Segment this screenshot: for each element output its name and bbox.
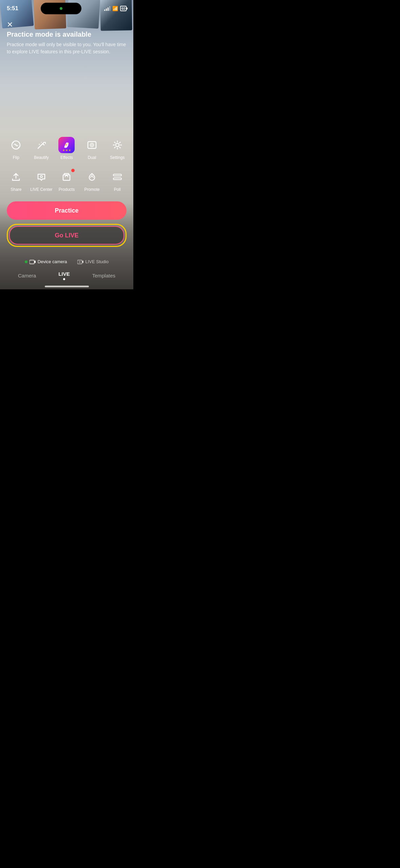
- bottom-nav: Camera LIVE Templates: [0, 267, 133, 283]
- svg-point-1: [15, 144, 17, 146]
- live-center-icon-wrap: [33, 169, 50, 185]
- nav-item-live[interactable]: LIVE: [58, 271, 70, 280]
- svg-point-10: [40, 176, 42, 178]
- dual-label: Dual: [88, 155, 96, 160]
- live-studio-icon: [77, 259, 83, 264]
- products-label: Products: [59, 187, 75, 192]
- svg-point-2: [39, 144, 40, 145]
- practice-button[interactable]: Practice: [7, 201, 127, 220]
- flip-icon: [11, 140, 21, 150]
- nav-item-camera[interactable]: Camera: [18, 273, 36, 278]
- practice-mode-title: Practice mode is available: [7, 31, 127, 38]
- svg-point-3: [41, 142, 42, 143]
- poll-icon: [112, 171, 123, 182]
- settings-tool[interactable]: Settings: [104, 134, 130, 163]
- settings-icon-wrap: [109, 137, 126, 153]
- status-time: 5:51: [7, 5, 18, 12]
- device-camera-label: Device camera: [38, 259, 67, 264]
- svg-point-8: [91, 144, 93, 146]
- svg-point-5: [68, 143, 69, 144]
- poll-tool[interactable]: Poll: [104, 166, 130, 195]
- products-icon-wrap: [58, 169, 75, 185]
- poll-icon-wrap: [109, 169, 126, 185]
- beautify-icon: [36, 140, 47, 150]
- promote-label: Promote: [84, 187, 99, 192]
- svg-point-9: [116, 143, 119, 147]
- signal-icon: [104, 6, 110, 11]
- bottom-panel: Flip Beautify: [0, 127, 133, 289]
- dual-icon: [87, 140, 97, 150]
- svg-rect-13: [113, 178, 121, 180]
- promote-tool[interactable]: Promote: [79, 166, 105, 195]
- live-studio-label: LIVE Studio: [85, 259, 109, 264]
- action-buttons: Practice Go LIVE: [0, 198, 133, 256]
- home-indicator: [45, 286, 89, 287]
- products-notification-dot: [71, 169, 75, 172]
- camera-source-row: Device camera LIVE Studio: [0, 256, 133, 267]
- status-icons: 📶 60: [104, 6, 127, 11]
- effects-label: Effects: [60, 155, 73, 160]
- live-center-icon: [36, 171, 47, 182]
- practice-mode-description: Practice mode will only be visible to yo…: [7, 41, 127, 55]
- share-icon: [11, 171, 21, 182]
- share-label: Share: [11, 187, 21, 192]
- svg-point-4: [65, 144, 67, 146]
- live-center-tool[interactable]: LIVE Center: [29, 166, 54, 195]
- settings-icon: [112, 140, 123, 150]
- promote-icon: [87, 171, 97, 182]
- tool-grid-row2: Share LIVE Center Products: [0, 166, 133, 198]
- dynamic-island: [41, 3, 81, 14]
- beautify-label: Beautify: [34, 155, 49, 160]
- effects-icon-wrap: ★ ★ ★: [58, 137, 75, 153]
- settings-label: Settings: [110, 155, 125, 160]
- flip-label: Flip: [13, 155, 19, 160]
- svg-point-16: [79, 261, 80, 263]
- live-center-label: LIVE Center: [30, 187, 52, 192]
- live-studio-source[interactable]: LIVE Studio: [77, 259, 109, 264]
- dual-icon-wrap: [84, 137, 100, 153]
- products-tool[interactable]: Products: [54, 166, 79, 195]
- flip-tool[interactable]: Flip: [3, 134, 29, 163]
- beautify-icon-wrap: [33, 137, 50, 153]
- tool-grid-row1: Flip Beautify: [0, 127, 133, 166]
- poll-label: Poll: [114, 187, 121, 192]
- close-button[interactable]: ✕: [7, 20, 13, 29]
- share-tool[interactable]: Share: [3, 166, 29, 195]
- dual-tool[interactable]: Dual: [79, 134, 105, 163]
- practice-banner: Practice mode is available Practice mode…: [7, 31, 127, 55]
- share-icon-wrap: [8, 169, 24, 185]
- device-camera-source[interactable]: Device camera: [25, 259, 67, 264]
- wifi-icon: 📶: [112, 6, 118, 11]
- nav-active-dot: [63, 278, 65, 280]
- svg-rect-14: [30, 260, 34, 264]
- device-camera-icon: [30, 259, 36, 264]
- effects-tool[interactable]: ★ ★ ★ Effects: [54, 134, 79, 163]
- device-camera-dot: [25, 260, 27, 263]
- svg-rect-15: [77, 260, 82, 264]
- status-bar: 5:51 📶 60: [0, 0, 133, 17]
- flip-icon-wrap: [8, 137, 24, 153]
- beautify-tool[interactable]: Beautify: [29, 134, 54, 163]
- nav-item-templates[interactable]: Templates: [92, 273, 115, 278]
- products-icon: [61, 171, 72, 182]
- effects-icon-bg: ★ ★ ★: [58, 137, 75, 153]
- promote-icon-wrap: [84, 169, 100, 185]
- svg-rect-12: [113, 174, 121, 176]
- battery-icon: 60: [120, 6, 127, 11]
- go-live-wrapper: Go LIVE: [7, 224, 127, 247]
- go-live-button[interactable]: Go LIVE: [9, 226, 124, 245]
- dynamic-island-dot: [60, 7, 62, 10]
